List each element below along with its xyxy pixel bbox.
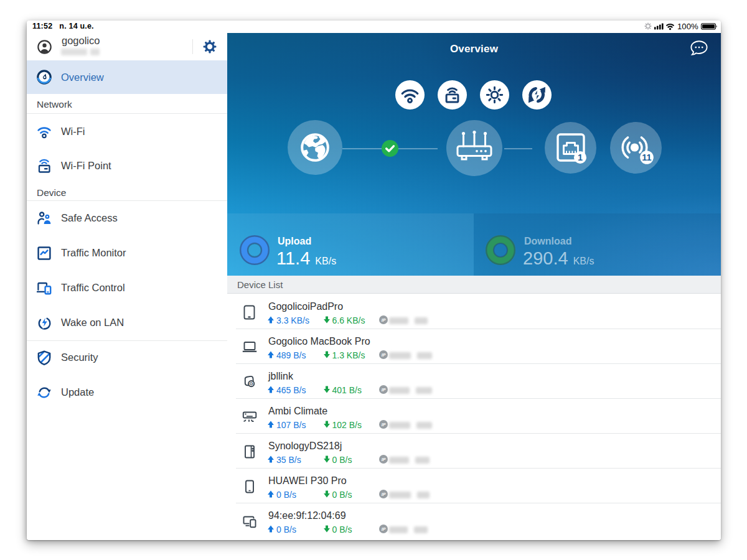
svg-text:11: 11 <box>642 152 651 162</box>
svg-text:100%: 100% <box>677 22 698 31</box>
svg-text:IP: IP <box>381 353 385 357</box>
svg-text:IP: IP <box>381 457 385 462</box>
svg-text:IP: IP <box>381 492 385 497</box>
svg-text:G: G <box>250 381 253 386</box>
svg-text:IP: IP <box>381 422 385 427</box>
svg-text:1: 1 <box>578 152 583 162</box>
svg-text:IP: IP <box>381 388 385 392</box>
svg-text:IP: IP <box>381 318 385 322</box>
svg-text:IP: IP <box>381 527 385 531</box>
